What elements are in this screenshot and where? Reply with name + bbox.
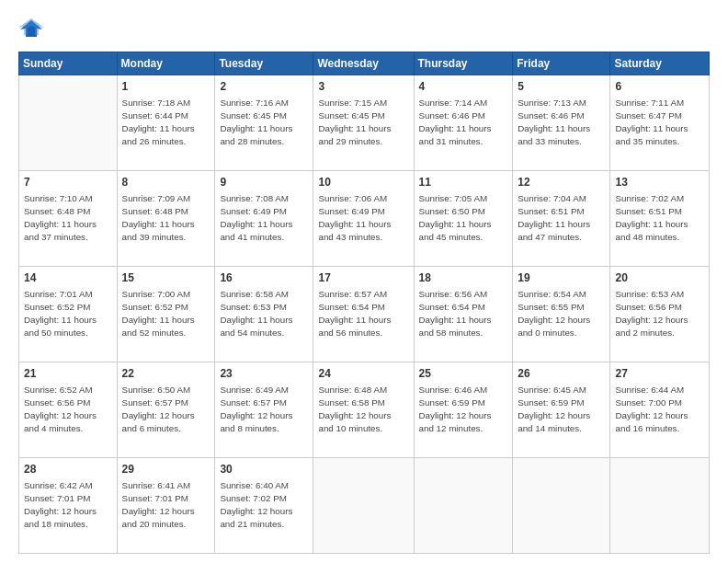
calendar-day-cell: 16Sunrise: 6:58 AM Sunset: 6:53 PM Dayli… [215, 267, 313, 362]
day-number: 18 [419, 270, 508, 286]
calendar-week-row: 21Sunrise: 6:52 AM Sunset: 6:56 PM Dayli… [19, 362, 710, 458]
day-info: Sunrise: 6:44 AM Sunset: 7:00 PM Dayligh… [615, 384, 704, 436]
day-number: 10 [318, 175, 408, 190]
day-info: Sunrise: 7:15 AM Sunset: 6:45 PM Dayligh… [318, 97, 408, 149]
calendar-day-cell: 2Sunrise: 7:16 AM Sunset: 6:45 PM Daylig… [215, 75, 313, 171]
day-number: 21 [24, 366, 112, 382]
day-info: Sunrise: 7:09 AM Sunset: 6:48 PM Dayligh… [122, 192, 210, 245]
calendar-day-header: Thursday [414, 52, 513, 75]
calendar-day-cell [513, 458, 610, 554]
day-number: 25 [419, 366, 508, 382]
calendar-day-cell: 5Sunrise: 7:13 AM Sunset: 6:46 PM Daylig… [513, 75, 610, 171]
day-info: Sunrise: 6:58 AM Sunset: 6:53 PM Dayligh… [220, 288, 308, 340]
day-number: 19 [518, 270, 605, 286]
day-info: Sunrise: 6:54 AM Sunset: 6:55 PM Dayligh… [518, 288, 605, 340]
calendar-day-header: Sunday [19, 52, 118, 75]
calendar-day-cell: 24Sunrise: 6:48 AM Sunset: 6:58 PM Dayli… [313, 362, 414, 458]
calendar-week-row: 7Sunrise: 7:10 AM Sunset: 6:48 PM Daylig… [19, 171, 710, 267]
calendar-day-cell: 27Sunrise: 6:44 AM Sunset: 7:00 PM Dayli… [610, 362, 710, 458]
calendar-day-cell: 12Sunrise: 7:04 AM Sunset: 6:51 PM Dayli… [513, 171, 610, 267]
calendar-day-cell: 19Sunrise: 6:54 AM Sunset: 6:55 PM Dayli… [513, 267, 610, 362]
day-info: Sunrise: 6:53 AM Sunset: 6:56 PM Dayligh… [615, 288, 704, 340]
day-number: 11 [419, 175, 508, 190]
day-number: 28 [24, 462, 112, 477]
calendar-day-cell [414, 458, 513, 554]
calendar-day-cell: 18Sunrise: 6:56 AM Sunset: 6:54 PM Dayli… [414, 267, 513, 362]
logo [18, 17, 48, 42]
day-number: 22 [122, 366, 210, 382]
day-info: Sunrise: 7:06 AM Sunset: 6:49 PM Dayligh… [318, 192, 408, 245]
calendar-day-cell: 20Sunrise: 6:53 AM Sunset: 6:56 PM Dayli… [610, 267, 710, 362]
calendar-day-cell: 23Sunrise: 6:49 AM Sunset: 6:57 PM Dayli… [215, 362, 313, 458]
day-info: Sunrise: 7:18 AM Sunset: 6:44 PM Dayligh… [122, 97, 210, 149]
day-number: 2 [220, 79, 308, 95]
calendar-day-cell [610, 458, 710, 554]
calendar-day-cell: 29Sunrise: 6:41 AM Sunset: 7:01 PM Dayli… [117, 458, 215, 554]
calendar-day-header: Tuesday [215, 52, 313, 75]
calendar-day-header: Monday [117, 52, 215, 75]
calendar-day-cell [19, 75, 118, 171]
day-info: Sunrise: 6:52 AM Sunset: 6:56 PM Dayligh… [24, 384, 112, 436]
day-number: 24 [318, 366, 408, 382]
calendar-day-header: Saturday [610, 52, 710, 75]
day-info: Sunrise: 6:40 AM Sunset: 7:02 PM Dayligh… [220, 479, 308, 532]
calendar-week-row: 1Sunrise: 7:18 AM Sunset: 6:44 PM Daylig… [19, 75, 710, 171]
calendar-day-cell: 21Sunrise: 6:52 AM Sunset: 6:56 PM Dayli… [19, 362, 118, 458]
day-info: Sunrise: 7:02 AM Sunset: 6:51 PM Dayligh… [615, 192, 704, 245]
day-number: 4 [419, 79, 508, 95]
day-number: 17 [318, 270, 408, 286]
day-info: Sunrise: 7:08 AM Sunset: 6:49 PM Dayligh… [220, 192, 308, 245]
calendar-day-cell: 9Sunrise: 7:08 AM Sunset: 6:49 PM Daylig… [215, 171, 313, 267]
calendar-day-cell: 14Sunrise: 7:01 AM Sunset: 6:52 PM Dayli… [19, 267, 118, 362]
calendar-day-cell: 25Sunrise: 6:46 AM Sunset: 6:59 PM Dayli… [414, 362, 513, 458]
day-number: 16 [220, 270, 308, 286]
day-number: 8 [122, 175, 210, 190]
day-info: Sunrise: 7:01 AM Sunset: 6:52 PM Dayligh… [24, 288, 112, 340]
day-info: Sunrise: 6:57 AM Sunset: 6:54 PM Dayligh… [318, 288, 408, 340]
day-info: Sunrise: 6:49 AM Sunset: 6:57 PM Dayligh… [220, 384, 308, 436]
page: SundayMondayTuesdayWednesdayThursdayFrid… [0, 0, 728, 563]
day-number: 14 [24, 270, 112, 286]
calendar-day-cell: 22Sunrise: 6:50 AM Sunset: 6:57 PM Dayli… [117, 362, 215, 458]
day-number: 27 [615, 366, 704, 382]
calendar-header-row: SundayMondayTuesdayWednesdayThursdayFrid… [19, 52, 710, 75]
day-number: 20 [615, 270, 704, 286]
calendar-day-cell: 8Sunrise: 7:09 AM Sunset: 6:48 PM Daylig… [117, 171, 215, 267]
calendar-day-cell: 3Sunrise: 7:15 AM Sunset: 6:45 PM Daylig… [313, 75, 414, 171]
day-number: 15 [122, 270, 210, 286]
calendar-week-row: 14Sunrise: 7:01 AM Sunset: 6:52 PM Dayli… [19, 267, 710, 362]
calendar-day-cell: 11Sunrise: 7:05 AM Sunset: 6:50 PM Dayli… [414, 171, 513, 267]
calendar-day-cell: 4Sunrise: 7:14 AM Sunset: 6:46 PM Daylig… [414, 75, 513, 171]
day-info: Sunrise: 6:41 AM Sunset: 7:01 PM Dayligh… [122, 479, 210, 532]
day-number: 7 [24, 175, 112, 190]
day-info: Sunrise: 7:10 AM Sunset: 6:48 PM Dayligh… [24, 192, 112, 245]
calendar-table: SundayMondayTuesdayWednesdayThursdayFrid… [18, 52, 710, 554]
calendar-day-cell: 6Sunrise: 7:11 AM Sunset: 6:47 PM Daylig… [610, 75, 710, 171]
day-info: Sunrise: 6:42 AM Sunset: 7:01 PM Dayligh… [24, 479, 112, 532]
day-number: 23 [220, 366, 308, 382]
day-info: Sunrise: 7:05 AM Sunset: 6:50 PM Dayligh… [419, 192, 508, 245]
calendar-day-cell: 28Sunrise: 6:42 AM Sunset: 7:01 PM Dayli… [19, 458, 118, 554]
logo-bird-icon [18, 17, 44, 42]
day-info: Sunrise: 7:04 AM Sunset: 6:51 PM Dayligh… [518, 192, 605, 245]
day-info: Sunrise: 7:11 AM Sunset: 6:47 PM Dayligh… [615, 97, 704, 149]
day-number: 1 [122, 79, 210, 95]
calendar-day-cell: 1Sunrise: 7:18 AM Sunset: 6:44 PM Daylig… [117, 75, 215, 171]
day-info: Sunrise: 6:48 AM Sunset: 6:58 PM Dayligh… [318, 384, 408, 436]
day-info: Sunrise: 6:46 AM Sunset: 6:59 PM Dayligh… [419, 384, 508, 436]
day-number: 6 [615, 79, 704, 95]
calendar-day-cell: 7Sunrise: 7:10 AM Sunset: 6:48 PM Daylig… [19, 171, 118, 267]
day-number: 12 [518, 175, 605, 190]
calendar-day-cell: 17Sunrise: 6:57 AM Sunset: 6:54 PM Dayli… [313, 267, 414, 362]
day-number: 29 [122, 462, 210, 477]
calendar-day-header: Friday [513, 52, 610, 75]
day-info: Sunrise: 7:00 AM Sunset: 6:52 PM Dayligh… [122, 288, 210, 340]
calendar-day-cell: 13Sunrise: 7:02 AM Sunset: 6:51 PM Dayli… [610, 171, 710, 267]
day-number: 5 [518, 79, 605, 95]
calendar-week-row: 28Sunrise: 6:42 AM Sunset: 7:01 PM Dayli… [19, 458, 710, 554]
header [18, 17, 710, 42]
calendar-day-header: Wednesday [313, 52, 414, 75]
day-info: Sunrise: 7:16 AM Sunset: 6:45 PM Dayligh… [220, 97, 308, 149]
day-number: 9 [220, 175, 308, 190]
day-number: 3 [318, 79, 408, 95]
